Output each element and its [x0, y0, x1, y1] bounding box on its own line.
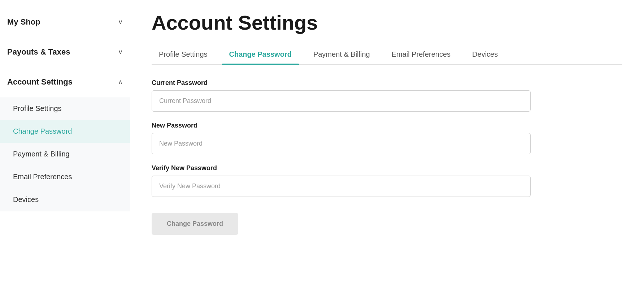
current-password-group: Current Password — [152, 79, 531, 112]
tab-devices[interactable]: Devices — [465, 44, 505, 64]
tab-email-preferences[interactable]: Email Preferences — [384, 44, 458, 64]
change-password-form: Current Password New Password Verify New… — [152, 79, 531, 235]
tab-bar: Profile Settings Change Password Payment… — [152, 44, 622, 65]
sidebar-item-account-settings-label: Account Settings — [7, 77, 73, 87]
chevron-down-icon: ∨ — [118, 48, 123, 56]
sidebar-item-payouts-taxes-label: Payouts & Taxes — [7, 47, 70, 57]
page-title: Account Settings — [152, 11, 622, 34]
sidebar-subitem-email-preferences-label: Email Preferences — [13, 173, 72, 181]
new-password-group: New Password — [152, 122, 531, 154]
sidebar-subitems-account-settings: Profile Settings Change Password Payment… — [0, 97, 130, 211]
tab-change-password[interactable]: Change Password — [222, 44, 299, 64]
main-content: Account Settings Profile Settings Change… — [130, 0, 644, 297]
sidebar-subitem-change-password[interactable]: Change Password — [0, 120, 130, 143]
sidebar-subitem-devices[interactable]: Devices — [0, 188, 130, 211]
new-password-label: New Password — [152, 122, 531, 129]
sidebar-subitem-payment-billing-label: Payment & Billing — [13, 150, 70, 158]
new-password-input[interactable] — [152, 133, 531, 154]
tab-payment-billing[interactable]: Payment & Billing — [306, 44, 377, 64]
sidebar-item-my-shop[interactable]: My Shop ∨ — [0, 7, 130, 37]
sidebar-subitem-payment-billing[interactable]: Payment & Billing — [0, 143, 130, 165]
sidebar-item-my-shop-label: My Shop — [7, 17, 40, 27]
current-password-label: Current Password — [152, 79, 531, 87]
verify-password-label: Verify New Password — [152, 164, 531, 172]
sidebar-subitem-profile-settings-label: Profile Settings — [13, 104, 62, 112]
chevron-down-icon: ∨ — [118, 18, 123, 26]
chevron-up-icon: ∧ — [118, 78, 123, 86]
sidebar-subitem-email-preferences[interactable]: Email Preferences — [0, 165, 130, 188]
sidebar-item-payouts-taxes[interactable]: Payouts & Taxes ∨ — [0, 37, 130, 67]
sidebar-subitem-change-password-label: Change Password — [13, 127, 72, 135]
tab-profile-settings[interactable]: Profile Settings — [152, 44, 215, 64]
verify-password-input[interactable] — [152, 176, 531, 197]
current-password-input[interactable] — [152, 90, 531, 112]
sidebar-item-account-settings[interactable]: Account Settings ∧ — [0, 67, 130, 97]
sidebar: My Shop ∨ Payouts & Taxes ∨ Account Sett… — [0, 0, 130, 297]
verify-password-group: Verify New Password — [152, 164, 531, 197]
change-password-button[interactable]: Change Password — [152, 213, 238, 235]
sidebar-subitem-profile-settings[interactable]: Profile Settings — [0, 97, 130, 120]
sidebar-subitem-devices-label: Devices — [13, 195, 39, 203]
